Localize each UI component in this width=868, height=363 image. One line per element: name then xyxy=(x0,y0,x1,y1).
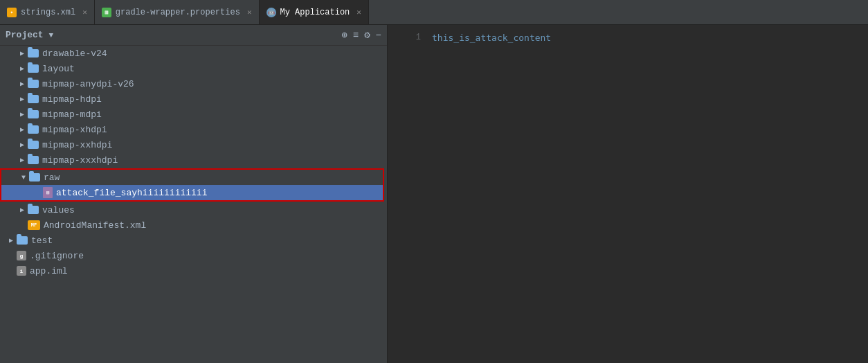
tree-item-attack-file[interactable]: ▤ attack_file_sayhiiiiiiiiiiii xyxy=(1,185,383,200)
item-label: values xyxy=(42,205,75,215)
dropdown-arrow-icon: ▼ xyxy=(49,31,54,39)
app-icon: 🤖 xyxy=(266,8,276,17)
tree-item-android-manifest[interactable]: MF AndroidManifest.xml xyxy=(0,218,387,233)
red-border-group: raw ▤ attack_file_sayhiiiiiiiiiiii xyxy=(0,168,384,202)
tab-bar: ✦ strings.xml ✕ ▦ gradle-wrapper.propert… xyxy=(0,0,868,25)
tab-gradle-wrapper[interactable]: ▦ gradle-wrapper.properties ✕ xyxy=(95,0,260,24)
editor-panel: 1 this_is_attack_content xyxy=(388,25,868,363)
folder-icon xyxy=(28,206,39,214)
settings-icon[interactable]: ⚙ xyxy=(364,29,370,41)
tree-item-drawable-v24[interactable]: drawable-v24 xyxy=(0,46,387,61)
minimize-icon[interactable]: − xyxy=(376,30,381,41)
editor-line-1: 1 this_is_attack_content xyxy=(388,30,868,44)
tab-close-strings-xml[interactable]: ✕ xyxy=(82,8,87,17)
tree-item-mipmap-mdpi[interactable]: mipmap-mdpi xyxy=(0,107,387,122)
arrow-icon xyxy=(17,204,28,215)
arrow-icon xyxy=(17,63,28,74)
folder-icon xyxy=(28,80,39,88)
line-content-1: this_is_attack_content xyxy=(432,33,551,43)
arrow-icon xyxy=(6,235,17,246)
tab-label-gradle-wrapper: gradle-wrapper.properties xyxy=(116,8,240,17)
main-content: Project ▼ ⊕ ≡ ⚙ − drawable-v24 layout xyxy=(0,25,868,363)
editor-content[interactable]: 1 this_is_attack_content xyxy=(388,25,868,363)
folder-icon xyxy=(28,141,39,149)
item-label: drawable-v24 xyxy=(42,48,107,59)
tab-label-my-application: My Application xyxy=(280,8,350,17)
item-label: layout xyxy=(42,64,75,74)
folder-icon xyxy=(28,95,39,103)
folder-icon xyxy=(28,125,39,134)
tree-item-mipmap-hdpi[interactable]: mipmap-hdpi xyxy=(0,91,387,107)
tree-item-mipmap-xxhdpi[interactable]: mipmap-xxhdpi xyxy=(0,137,387,152)
panel-title: Project xyxy=(6,30,44,40)
folder-icon xyxy=(29,173,40,182)
tree-item-raw[interactable]: raw xyxy=(1,170,383,185)
file-icon-iml: i xyxy=(17,266,26,276)
item-label: AndroidManifest.xml xyxy=(44,220,146,231)
sync-icon[interactable]: ⊕ xyxy=(341,29,347,41)
tree-item-mipmap-anydpi[interactable]: mipmap-anydpi-v26 xyxy=(0,76,387,91)
tree-item-app-iml[interactable]: i app.iml xyxy=(0,263,387,278)
arrow-icon xyxy=(17,124,28,135)
panel-header: Project ▼ ⊕ ≡ ⚙ − xyxy=(0,25,387,46)
item-label: app.iml xyxy=(30,266,68,276)
arrow-icon xyxy=(17,139,28,150)
folder-icon xyxy=(28,49,39,57)
folder-icon xyxy=(28,64,39,73)
item-label: mipmap-xxxhdpi xyxy=(42,155,118,166)
item-label: .gitignore xyxy=(30,251,84,261)
line-number-1: 1 xyxy=(393,33,421,42)
tree-item-gitignore[interactable]: g .gitignore xyxy=(0,248,387,263)
item-label: mipmap-mdpi xyxy=(42,109,102,120)
tree-item-layout[interactable]: layout xyxy=(0,61,387,76)
folder-icon xyxy=(17,236,28,245)
tab-strings-xml[interactable]: ✦ strings.xml ✕ xyxy=(0,0,95,24)
file-icon-gitignore: g xyxy=(17,251,26,260)
folder-icon xyxy=(28,156,39,164)
tree-item-mipmap-xhdpi[interactable]: mipmap-xhdpi xyxy=(0,122,387,137)
arrow-icon xyxy=(18,172,29,183)
item-label: raw xyxy=(44,172,60,183)
item-label: test xyxy=(31,236,53,246)
arrow-icon xyxy=(17,109,28,120)
project-panel: Project ▼ ⊕ ≡ ⚙ − drawable-v24 layout xyxy=(0,25,388,363)
tab-label-strings-xml: strings.xml xyxy=(21,8,75,17)
arrow-icon xyxy=(17,94,28,105)
file-icon: ▤ xyxy=(43,187,53,198)
tree-item-values[interactable]: values xyxy=(0,202,387,218)
arrow-icon xyxy=(17,78,28,89)
item-label: attack_file_sayhiiiiiiiiiiii xyxy=(56,188,207,198)
collapse-icon[interactable]: ≡ xyxy=(353,30,359,41)
arrow-icon xyxy=(17,48,28,59)
item-label: mipmap-hdpi xyxy=(42,94,102,105)
tree-item-test[interactable]: test xyxy=(0,233,387,248)
gradle-icon: ▦ xyxy=(102,8,111,17)
xml-icon: ✦ xyxy=(7,8,17,17)
folder-icon xyxy=(28,110,39,118)
arrow-icon xyxy=(17,154,28,166)
item-label: mipmap-anydpi-v26 xyxy=(42,79,134,89)
file-icon-manifest: MF xyxy=(28,220,40,230)
tab-close-my-application[interactable]: ✕ xyxy=(356,8,361,17)
tab-close-gradle[interactable]: ✕ xyxy=(247,8,252,17)
tab-my-application[interactable]: 🤖 My Application ✕ xyxy=(260,0,369,24)
tree-container[interactable]: drawable-v24 layout mipmap-anydpi-v26 mi… xyxy=(0,46,387,363)
item-label: mipmap-xxhdpi xyxy=(42,140,112,150)
tree-item-mipmap-xxxhdpi[interactable]: mipmap-xxxhdpi xyxy=(0,152,387,168)
item-label: mipmap-xhdpi xyxy=(42,125,107,135)
